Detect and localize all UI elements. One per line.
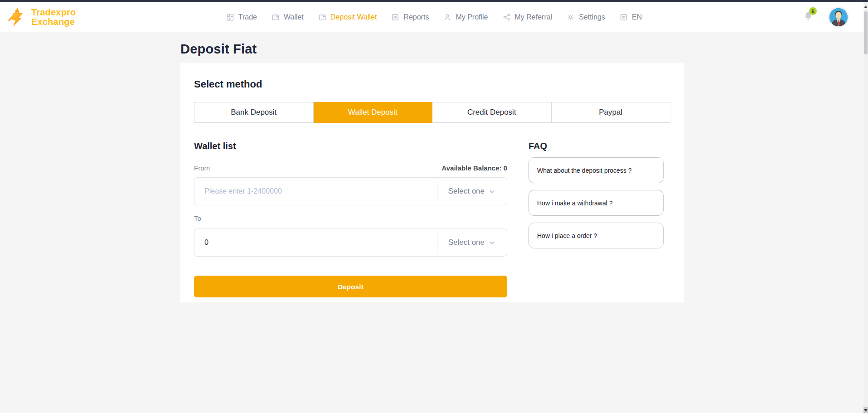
brand-arrow-icon — [6, 5, 28, 29]
gear-icon — [567, 13, 575, 21]
from-amount-group: Select one — [194, 177, 507, 205]
header-right: 5 — [803, 2, 849, 32]
nav-label: My Referral — [515, 13, 553, 21]
page-title: Deposit Fiat — [180, 42, 257, 57]
from-currency-select[interactable]: Select one — [437, 181, 507, 201]
report-card-icon — [391, 13, 399, 21]
tab-bank-deposit[interactable]: Bank Deposit — [194, 102, 314, 123]
to-amount-group: Select one — [194, 228, 507, 257]
nav-label: EN — [632, 13, 642, 21]
faq-item-place-order[interactable]: How i place a order ? — [529, 223, 664, 248]
bell-icon — [803, 15, 814, 23]
nav-label: Trade — [238, 13, 257, 21]
deposit-button[interactable]: Deposit — [194, 276, 507, 297]
faq-item-make-withdrawal[interactable]: How i make a withdrawal ? — [529, 190, 664, 216]
scrollbar-thumb[interactable] — [864, 11, 868, 54]
brand-name-line1: Tradexpro — [31, 7, 76, 17]
nav-item-my-referral[interactable]: My Referral — [503, 13, 553, 21]
brand-name-line2: Exchange — [31, 17, 75, 27]
from-label: From — [194, 164, 210, 172]
to-currency-select[interactable]: Select one — [437, 233, 507, 253]
to-select-label: Select one — [448, 238, 485, 247]
tab-paypal[interactable]: Paypal — [552, 102, 671, 123]
scrollbar[interactable] — [863, 2, 868, 413]
available-balance: Available Balance: 0 — [441, 164, 507, 172]
nav-item-language[interactable]: EN — [620, 13, 642, 21]
wallet-icon — [318, 13, 326, 21]
nav-label: My Profile — [456, 13, 488, 21]
wallet-icon — [272, 13, 280, 21]
scrollbar-up-arrow[interactable] — [863, 4, 868, 10]
select-method-heading: Select method — [194, 78, 670, 90]
to-amount-input[interactable] — [194, 238, 437, 247]
nav-item-reports[interactable]: Reports — [391, 13, 429, 21]
nav-label: Deposit Wallet — [330, 13, 377, 21]
to-label: To — [194, 214, 507, 222]
referral-icon — [503, 13, 511, 21]
user-avatar[interactable] — [828, 7, 849, 28]
nav-item-trade[interactable]: Trade — [226, 13, 257, 21]
nav-item-my-profile[interactable]: My Profile — [443, 13, 488, 21]
main-nav: Trade Wallet Deposit Wallet — [226, 13, 642, 21]
tab-wallet-deposit[interactable]: Wallet Deposit — [314, 102, 433, 123]
wallet-list-section: Wallet list From Available Balance: 0 Se… — [194, 141, 507, 297]
brand-name: Tradexpro Exchange — [31, 8, 76, 27]
faq-item-deposit-process[interactable]: What about the deposit process ? — [529, 157, 664, 183]
notification-bell-button[interactable]: 5 — [803, 11, 814, 24]
nav-label: Wallet — [284, 13, 304, 21]
wallet-list-heading: Wallet list — [194, 141, 507, 151]
language-card-icon — [620, 13, 628, 21]
faq-heading: FAQ — [529, 141, 664, 151]
nav-label: Reports — [403, 13, 429, 21]
grid-icon — [226, 13, 234, 21]
deposit-card: Select method Bank Deposit Wallet Deposi… — [180, 63, 684, 302]
brand-logo[interactable]: Tradexpro Exchange — [6, 5, 76, 29]
nav-item-settings[interactable]: Settings — [567, 13, 605, 21]
header: Tradexpro Exchange Trade Wallet — [0, 2, 868, 32]
from-select-label: Select one — [448, 187, 485, 196]
chevron-down-icon — [490, 238, 495, 247]
chevron-down-icon — [490, 187, 495, 196]
method-tabs: Bank Deposit Wallet Deposit Credit Depos… — [194, 102, 670, 123]
notification-badge: 5 — [809, 7, 817, 15]
user-icon — [443, 13, 451, 21]
nav-item-wallet[interactable]: Wallet — [272, 13, 304, 21]
faq-section: FAQ What about the deposit process ? How… — [529, 141, 664, 297]
from-amount-input[interactable] — [194, 187, 437, 195]
nav-item-deposit-wallet[interactable]: Deposit Wallet — [318, 13, 377, 21]
nav-label: Settings — [579, 13, 605, 21]
tab-credit-deposit[interactable]: Credit Deposit — [432, 102, 552, 123]
scrollbar-down-arrow[interactable] — [863, 407, 868, 413]
